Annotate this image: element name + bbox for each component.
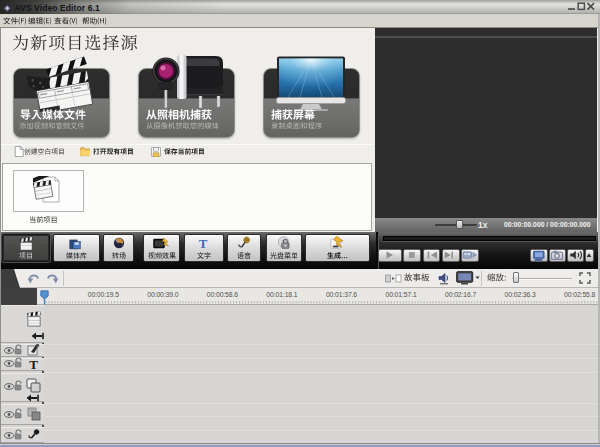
svg-text:T: T [29, 357, 38, 370]
svg-text:T: T [199, 236, 208, 250]
